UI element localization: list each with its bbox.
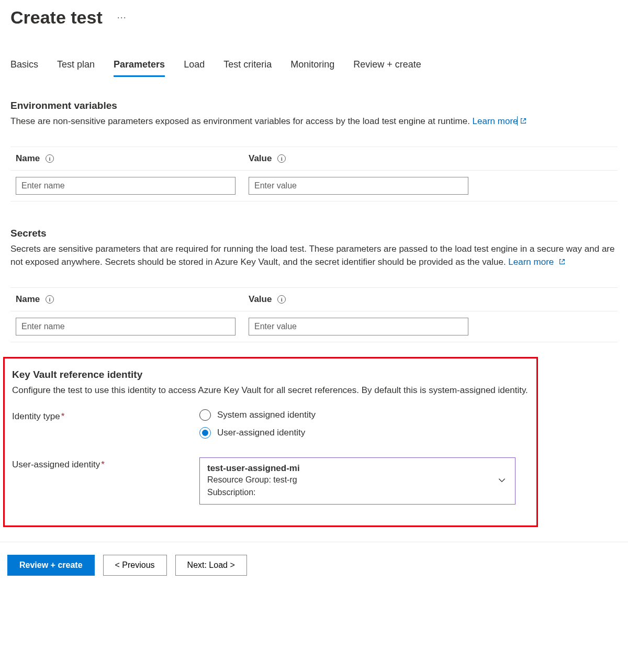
env-learn-more-link[interactable]: Learn more [473,116,527,126]
dropdown-resource-group: Resource Group: test-rg [207,474,494,486]
secrets-value-input[interactable] [249,318,468,335]
tab-basics[interactable]: Basics [10,59,38,77]
info-icon[interactable]: i [277,295,286,304]
secrets-table: Name i Value i [10,287,618,342]
info-icon[interactable]: i [277,154,286,163]
tab-monitoring[interactable]: Monitoring [290,59,334,77]
radio-icon [199,427,211,439]
dropdown-subscription: Subscription: [207,486,494,499]
identity-type-radio-group: System assigned identity User-assigned i… [199,409,316,439]
radio-system-assigned[interactable]: System assigned identity [199,409,316,421]
kv-desc: Configure the test to use this identity … [12,384,529,397]
key-vault-identity-callout: Key Vault reference identity Configure t… [3,357,538,528]
user-assigned-identity-label: User-assigned identity* [12,457,199,470]
info-icon[interactable]: i [46,154,54,163]
secrets-learn-more-link[interactable]: Learn more [508,257,566,267]
tabs: Basics Test plan Parameters Load Test cr… [10,59,618,77]
secrets-section: Secrets Secrets are sensitive parameters… [10,228,618,342]
secrets-name-input[interactable] [16,318,236,335]
review-create-button[interactable]: Review + create [7,555,95,576]
footer-divider [0,542,628,542]
radio-label: User-assigned identity [217,428,305,438]
tab-load[interactable]: Load [184,59,205,77]
env-value-header: Value [249,153,272,163]
env-name-header: Name [16,153,40,163]
previous-button[interactable]: < Previous [103,555,167,576]
next-button[interactable]: Next: Load > [175,555,247,576]
secrets-desc: Secrets are sensitive parameters that ar… [10,242,618,270]
secrets-section-title: Secrets [10,228,618,239]
more-icon[interactable]: ··· [117,12,127,23]
env-desc-text: These are non-sensitive parameters expos… [10,116,473,126]
identity-type-label: Identity type* [12,409,199,422]
info-icon[interactable]: i [46,295,54,304]
radio-label: System assigned identity [217,410,316,420]
tab-test-plan[interactable]: Test plan [57,59,95,77]
env-section-title: Environment variables [10,100,618,111]
page-title: Create test [10,7,103,28]
radio-user-assigned[interactable]: User-assigned identity [199,427,316,439]
footer-buttons: Review + create < Previous Next: Load > [7,555,618,576]
environment-variables-section: Environment variables These are non-sens… [10,100,618,201]
radio-icon [199,409,211,421]
env-desc: These are non-sensitive parameters expos… [10,115,618,129]
env-value-input[interactable] [249,177,468,195]
secrets-name-header: Name [16,294,40,304]
env-name-input[interactable] [16,177,236,195]
tab-parameters[interactable]: Parameters [114,59,165,77]
kv-section-title: Key Vault reference identity [12,369,529,380]
secrets-value-header: Value [249,294,272,304]
tab-review-create[interactable]: Review + create [353,59,421,77]
external-link-icon [558,256,566,270]
chevron-down-icon [497,475,507,487]
external-link-icon [520,115,527,129]
env-table: Name i Value i [10,147,618,201]
tab-test-criteria[interactable]: Test criteria [223,59,272,77]
dropdown-identity-name: test-user-assigned-mi [207,463,494,474]
user-assigned-identity-dropdown[interactable]: test-user-assigned-mi Resource Group: te… [199,457,515,505]
